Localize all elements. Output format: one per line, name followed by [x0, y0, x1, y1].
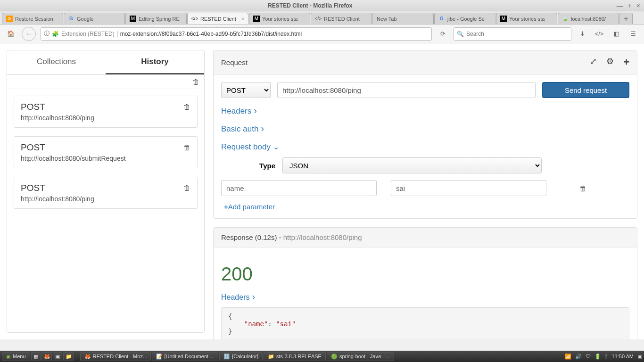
browser-tab[interactable]: MEditing Spring RE	[125, 13, 187, 24]
maximize-icon[interactable]: +	[628, 2, 632, 9]
browser-tab[interactable]: GGoogle	[64, 13, 125, 24]
info-icon: ⓘ	[44, 30, 50, 38]
tab-history[interactable]: History	[106, 50, 204, 74]
browser-tabbar: ⟳Restore Session GGoogle MEditing Spring…	[0, 11, 644, 25]
favicon-code-icon: </>	[315, 16, 322, 22]
search-input[interactable]	[466, 31, 568, 37]
tray-icon[interactable]: 🔊	[575, 354, 582, 360]
taskbar-app[interactable]: 📁sts-3.8.3.RELEASE	[264, 352, 326, 361]
chevron-down-icon	[272, 142, 279, 152]
delete-history-icon[interactable]	[183, 143, 190, 151]
delete-param-icon[interactable]	[579, 184, 586, 192]
minimize-icon[interactable]: —	[617, 2, 623, 9]
history-item[interactable]: POST http://localhost:8080/ping	[14, 177, 198, 209]
favicon-restore-icon: ⟳	[6, 16, 13, 22]
tray-icon[interactable]: 🔋	[594, 354, 601, 360]
favicon-medium-icon: M	[253, 16, 260, 22]
favicon-medium-icon: M	[130, 16, 136, 22]
url-bar[interactable]: ⓘ 🧩 Extension (RESTED) moz-extension://8…	[41, 27, 432, 41]
sidebar-icon[interactable]: ◧	[610, 28, 622, 40]
delete-history-icon[interactable]	[183, 184, 190, 192]
favicon-code-icon: </>	[191, 16, 198, 22]
param-value-input[interactable]	[391, 180, 546, 196]
browser-tab-active[interactable]: </>RESTED Client×	[187, 13, 248, 24]
browser-tab[interactable]: MYour stories sta	[496, 13, 557, 24]
response-headers-toggle[interactable]: Headers	[221, 293, 629, 302]
browser-tab[interactable]: Gjibe - Google Se	[434, 13, 495, 24]
browser-tab[interactable]: New Tab	[372, 13, 434, 24]
extension-label: Extension (RESTED)	[61, 31, 118, 37]
browser-tab[interactable]: ⟳Restore Session	[2, 13, 63, 24]
chevron-right-icon	[260, 124, 264, 134]
status-code: 200	[221, 263, 629, 285]
tray-icon[interactable]: 🛡	[586, 354, 591, 359]
clock[interactable]: 11:50 AM	[612, 354, 634, 359]
expand-icon[interactable]: ⤢	[590, 56, 597, 68]
browser-tab[interactable]: MYour stories sta	[249, 13, 310, 24]
tray-icon[interactable]: ▣	[637, 354, 642, 360]
java-icon: 🟢	[331, 354, 338, 360]
tray-icon[interactable]: ᛒ	[605, 354, 608, 359]
downloads-icon[interactable]: ⬇	[576, 28, 588, 40]
calculator-icon: 🔢	[223, 354, 230, 360]
gear-icon[interactable]: ⚙	[606, 56, 614, 68]
method-select[interactable]: POST	[221, 82, 271, 98]
side-panel: Collections History POST http://localhos…	[7, 50, 205, 333]
headers-toggle[interactable]: Headers	[221, 107, 629, 116]
browser-tab[interactable]: </>RESTED Client	[311, 13, 372, 24]
response-url: http://localhost:8080/ping	[283, 233, 362, 241]
plus-icon[interactable]: +	[623, 56, 629, 68]
tab-close-icon[interactable]: ×	[241, 16, 244, 22]
search-bar[interactable]: 🔍	[454, 27, 571, 41]
home-icon[interactable]: 🏠	[5, 28, 17, 40]
side-tabs: Collections History	[7, 50, 204, 74]
browser-navbar: 🏠 ← ⓘ 🧩 Extension (RESTED) moz-extension…	[0, 25, 644, 43]
browser-tab[interactable]: 🍃localhost:8080/	[558, 13, 619, 24]
taskbar-app[interactable]: 🟢spring-boot - Java - ...	[327, 352, 394, 361]
chevron-right-icon	[251, 293, 255, 302]
history-url: http://localhost:8080/submitRequest	[21, 155, 190, 162]
window-titlebar: RESTED Client - Mozilla Firefox — + ×	[0, 0, 644, 11]
send-request-button[interactable]: Send request	[542, 82, 629, 98]
launcher-icon[interactable]: ▣	[53, 352, 62, 361]
response-title: Response (0.12s) -	[221, 233, 283, 241]
editor-icon: 📝	[156, 354, 163, 360]
refresh-icon[interactable]: ⟳	[437, 28, 449, 40]
taskbar-app[interactable]: 🔢[Calculator]	[219, 352, 263, 361]
start-menu-button[interactable]: ◉ Menu	[2, 352, 30, 361]
basicauth-toggle[interactable]: Basic auth	[221, 124, 629, 134]
os-taskbar: ◉ Menu ▦ 🦊 ▣ 📁 🦊RESTED Client - Moz... 📝…	[0, 351, 644, 362]
close-icon[interactable]: ×	[636, 2, 640, 9]
favicon-spring-icon: 🍃	[562, 16, 569, 22]
taskbar-app[interactable]: 🦊RESTED Client - Moz...	[80, 352, 151, 361]
history-item[interactable]: POST http://localhost:8080/ping	[14, 96, 198, 128]
response-panel: Response (0.12s) - http://localhost:8080…	[213, 227, 637, 339]
back-button[interactable]: ←	[22, 27, 36, 41]
launcher-icon[interactable]: 📁	[63, 352, 74, 361]
menu-icon[interactable]: ☰	[627, 28, 639, 40]
chevron-right-icon	[253, 107, 257, 116]
body-type-select[interactable]: JSON	[282, 157, 542, 173]
add-parameter-button[interactable]: +Add parameter	[224, 203, 629, 211]
request-url-input[interactable]	[277, 82, 536, 98]
folder-icon: 📁	[268, 354, 274, 360]
requestbody-toggle[interactable]: Request body	[221, 142, 629, 152]
request-title: Request	[221, 58, 248, 66]
request-header: Request ⤢ ⚙ +	[214, 50, 637, 74]
type-label: Type	[221, 162, 282, 170]
devtools-icon[interactable]: </>	[593, 28, 605, 40]
history-item[interactable]: POST http://localhost:8080/submitRequest	[14, 136, 198, 168]
launcher-icon[interactable]: 🦊	[41, 352, 52, 361]
main-panel: Request ⤢ ⚙ + POST Send request Headers …	[213, 50, 637, 333]
tab-collections[interactable]: Collections	[7, 50, 106, 74]
tray-icon[interactable]: 📶	[565, 354, 571, 360]
history-method: POST	[21, 142, 190, 153]
clear-history-icon[interactable]	[192, 79, 199, 86]
launcher-icon[interactable]: ▦	[31, 352, 41, 361]
new-tab-button[interactable]: +	[619, 13, 633, 24]
request-panel: Request ⤢ ⚙ + POST Send request Headers …	[213, 50, 637, 219]
delete-history-icon[interactable]	[183, 103, 190, 111]
taskbar-app[interactable]: 📝[Untitled Document ...	[152, 352, 219, 361]
param-key-input[interactable]	[221, 180, 377, 196]
favicon-google-icon: G	[68, 16, 74, 22]
